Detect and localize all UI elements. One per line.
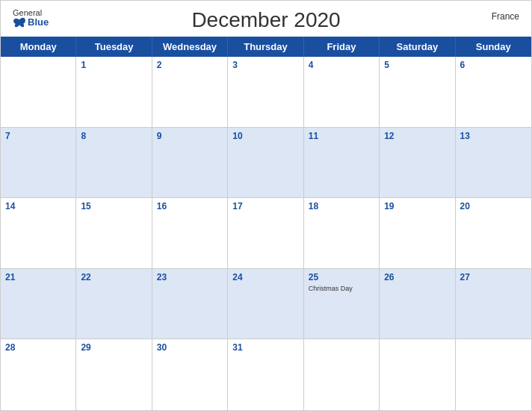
cell-dec-18: 18 (304, 198, 380, 269)
date-num: 24 (232, 272, 298, 284)
date-num: 6 (460, 60, 527, 72)
day-header-wednesday: Wednesday (152, 37, 228, 57)
day-header-saturday: Saturday (380, 37, 455, 57)
date-num: 5 (384, 60, 450, 72)
date-num: 13 (460, 131, 527, 143)
cell-dec-25: 25 Christmas Day (304, 269, 380, 340)
date-num: 25 (309, 272, 374, 284)
date-num: 10 (232, 131, 298, 143)
cell-dec-26: 26 (380, 269, 455, 340)
date-num: 27 (460, 272, 527, 284)
cell-dec-15: 15 (76, 198, 152, 269)
logo-bird-icon (13, 17, 26, 28)
date-num: 29 (81, 342, 146, 354)
cell-dec-23: 23 (152, 269, 228, 340)
cell-dec-2: 2 (152, 57, 228, 128)
cell-dec-31: 31 (228, 339, 303, 410)
calendar-header: General Blue December 2020 France (1, 1, 531, 37)
date-num: 12 (384, 131, 450, 143)
calendar-row-3: 14 15 16 17 18 19 20 (1, 198, 531, 269)
date-num: 8 (81, 131, 146, 143)
country-label: France (492, 11, 519, 22)
calendar-row-1: 1 2 3 4 5 6 (1, 57, 531, 128)
cell-dec-7: 7 (1, 128, 76, 199)
date-num: 7 (5, 131, 71, 143)
date-num: 22 (81, 272, 146, 284)
day-header-tuesday: Tuesday (76, 37, 152, 57)
logo-blue-text: Blue (13, 17, 49, 28)
cell-dec-5: 5 (380, 57, 455, 128)
date-num: 4 (309, 60, 374, 72)
cell-dec-19: 19 (380, 198, 455, 269)
date-num: 28 (5, 342, 71, 354)
cell-dec-13: 13 (456, 128, 531, 199)
calendar-title: December 2020 (191, 8, 340, 32)
cell-dec-4: 4 (304, 57, 380, 128)
cell-empty-4 (456, 339, 531, 410)
date-num: 26 (384, 272, 450, 284)
date-num: 18 (309, 201, 374, 213)
cell-dec-9: 9 (152, 128, 228, 199)
cell-dec-16: 16 (152, 198, 228, 269)
date-num: 11 (309, 131, 374, 143)
date-num: 1 (81, 60, 146, 72)
date-num: 21 (5, 272, 71, 284)
cell-dec-11: 11 (304, 128, 380, 199)
calendar-wrapper: General Blue December 2020 France Monday… (0, 0, 532, 411)
holiday-christmas: Christmas Day (309, 285, 374, 292)
calendar-row-2: 7 8 9 10 11 12 13 (1, 128, 531, 199)
date-num: 20 (460, 201, 527, 213)
date-num: 19 (384, 201, 450, 213)
cell-dec-21: 21 (1, 269, 76, 340)
cell-dec-10: 10 (228, 128, 303, 199)
cell-empty-3 (380, 339, 455, 410)
calendar-row-5: 28 29 30 31 (1, 339, 531, 410)
date-num: 15 (81, 201, 146, 213)
day-header-monday: Monday (1, 37, 76, 57)
date-num: 17 (232, 201, 298, 213)
cell-dec-27: 27 (456, 269, 531, 340)
date-num: 31 (232, 342, 298, 354)
cell-dec-1: 1 (76, 57, 152, 128)
date-num: 16 (157, 201, 223, 213)
date-num: 3 (232, 60, 298, 72)
cell-dec-3: 3 (228, 57, 303, 128)
cell-dec-17: 17 (228, 198, 303, 269)
cell-dec-30: 30 (152, 339, 228, 410)
date-num: 14 (5, 201, 71, 213)
cell-dec-12: 12 (380, 128, 455, 199)
calendar-row-4: 21 22 23 24 25 Christmas Day 26 27 (1, 269, 531, 340)
cell-dec-28: 28 (1, 339, 76, 410)
day-headers: Monday Tuesday Wednesday Thursday Friday… (1, 37, 531, 57)
logo: General Blue (13, 8, 49, 28)
cell-dec-20: 20 (456, 198, 531, 269)
cell-dec-14: 14 (1, 198, 76, 269)
cell-empty-2 (304, 339, 380, 410)
calendar-body: 1 2 3 4 5 6 7 8 9 10 11 12 13 14 15 16 1… (1, 57, 531, 410)
cell-dec-24: 24 (228, 269, 303, 340)
cell-dec-22: 22 (76, 269, 152, 340)
date-num: 2 (157, 60, 223, 72)
day-header-thursday: Thursday (228, 37, 303, 57)
date-num: 23 (157, 272, 223, 284)
day-header-friday: Friday (304, 37, 380, 57)
cell-dec-8: 8 (76, 128, 152, 199)
cell-dec-6: 6 (456, 57, 531, 128)
day-header-sunday: Sunday (456, 37, 531, 57)
cell-empty-1 (1, 57, 76, 128)
date-num: 30 (157, 342, 223, 354)
date-num: 9 (157, 131, 223, 143)
cell-dec-29: 29 (76, 339, 152, 410)
